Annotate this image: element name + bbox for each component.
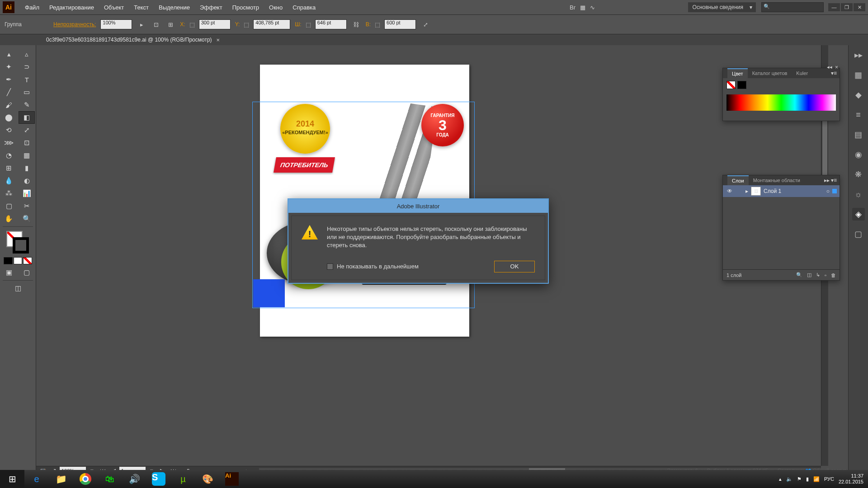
menu-type[interactable]: Текст [129,1,154,14]
swatches-panel-icon[interactable]: ▤ [852,128,865,141]
stroke-swatch[interactable] [13,237,29,253]
layer-row[interactable]: 👁 ▸ 🖼 Слой 1 ○ [723,185,840,197]
magic-wand-tool[interactable]: ✦ [1,61,17,73]
help-search-input[interactable] [761,2,824,12]
target-icon[interactable]: ○ [826,188,830,194]
tray-expand-icon[interactable]: ▴ [779,476,782,482]
taskbar-audio[interactable]: 🔊 [122,470,146,488]
system-tray[interactable]: ▴ 🔈 ⚑ ▮ 📶 РУС 11:37 22.01.2015 [779,473,868,485]
taskbar-skype[interactable]: S [146,470,171,488]
sync-icon[interactable]: ∿ [588,2,598,12]
menu-file[interactable]: Файл [20,1,44,14]
taskbar-illustrator[interactable]: Ai [220,470,244,488]
tray-flag-icon[interactable]: ⚑ [797,476,802,482]
color-guide-panel-icon[interactable]: ◉ [852,148,865,161]
slice-tool[interactable]: ✂ [19,200,35,212]
tray-lang[interactable]: РУС [824,476,834,482]
clip-mask-icon[interactable]: ◫ [807,272,811,278]
opacity-input[interactable]: 100% [100,19,132,29]
visibility-icon[interactable]: 👁 [726,188,734,194]
color-none-swatch[interactable] [726,81,736,89]
new-layer-icon[interactable]: ▫ [825,272,826,278]
mode-color[interactable] [4,257,13,264]
lasso-tool[interactable]: ⊃ [19,61,35,73]
mode-none[interactable] [23,257,32,264]
opacity-dropdown-icon[interactable]: ▸ [137,19,146,29]
rectangle-tool[interactable]: ▭ [19,86,35,99]
scale-tool[interactable]: ⤢ [19,124,35,136]
gradient-tool[interactable]: ▮ [19,162,35,174]
dont-show-checkbox[interactable] [327,263,333,270]
h-input[interactable]: 600 pt [384,19,416,29]
symbol-sprayer-tool[interactable]: ⁂ [1,187,17,200]
blend-tool[interactable]: ◐ [19,174,35,187]
layers-panel[interactable]: Слои Монтажные области ▸▸ ▾≡ 👁 ▸ 🖼 Слой … [722,175,840,281]
tray-wifi-icon[interactable]: 📶 [813,476,820,482]
direct-selection-tool[interactable]: ▵ [19,48,35,61]
menu-select[interactable]: Выделение [154,1,195,14]
ok-button[interactable]: OK [494,261,535,272]
artboards-panel-icon[interactable]: ▢ [852,228,865,240]
transform-icon[interactable]: ⊡ [151,19,161,29]
eyedropper-tool[interactable]: 💧 [1,174,17,187]
pencil-tool[interactable]: ✎ [19,99,35,111]
eraser-tool[interactable]: ◧ [19,111,35,124]
layers-tab[interactable]: Слои [727,175,749,185]
zoom-tool[interactable]: 🔍 [19,212,35,225]
locate-layer-icon[interactable]: 🔍 [796,272,802,278]
properties-panel-icon[interactable]: ▦ [852,69,865,81]
libraries-panel-icon[interactable]: ◆ [852,89,865,101]
delete-layer-icon[interactable]: 🗑 [831,272,836,278]
layer-thumbnail[interactable]: 🖼 [751,187,761,196]
artboard-tool[interactable]: ▢ [1,200,17,212]
tray-clock[interactable]: 11:37 22.01.2015 [839,473,863,485]
color-panel[interactable]: Цвет Каталог цветов Kuler ▾≡ [722,68,840,121]
menu-object[interactable]: Объект [99,1,129,14]
color-spectrum[interactable] [726,94,836,111]
transform-panel-icon[interactable]: ⤢ [420,19,430,29]
screen-mode-normal[interactable]: ▣ [1,266,17,279]
w-input[interactable]: 646 pt [315,19,347,29]
expand-layer-icon[interactable]: ▸ [745,188,748,194]
fill-stroke-swatch[interactable] [0,228,36,255]
line-tool[interactable]: ╱ [1,86,17,99]
link-xy-icon[interactable]: ⬚ [187,19,197,29]
rotate-tool[interactable]: ⟲ [1,124,17,136]
screen-mode-full[interactable]: ▢ [19,266,35,279]
new-sublayer-icon[interactable]: ↳ [816,272,820,278]
free-transform-tool[interactable]: ⊡ [19,136,35,149]
document-tab[interactable]: 0c3f9e0753e6031881891743d9581c9e.ai @ 10… [41,35,225,45]
type-tool[interactable]: T [19,73,35,86]
selection-tool[interactable]: ▴ [1,48,17,61]
blob-brush-tool[interactable]: ⬤ [1,111,17,124]
draw-mode[interactable]: ◫ [10,282,26,295]
menu-edit[interactable]: Редактирование [44,1,99,14]
taskbar-store[interactable]: 🛍 [98,470,122,488]
shape-builder-tool[interactable]: ◔ [1,149,17,162]
minimize-button[interactable]: — [828,3,840,11]
taskbar-ie[interactable]: e [24,470,49,488]
layers-panel-icon[interactable]: ◈ [852,208,865,221]
taskbar-utorrent[interactable]: µ [171,470,195,488]
constrain-icon[interactable]: ⛓ [351,19,361,29]
align-icon[interactable]: ⊞ [165,19,175,29]
hand-tool[interactable]: ✋ [1,212,17,225]
graph-tool[interactable]: 📊 [19,187,35,200]
stroke-panel-icon[interactable]: ≡ [852,108,865,121]
panel-collapse-icon[interactable]: ◂◂ [827,64,832,70]
workspace-selector[interactable]: Основные сведения [688,2,756,12]
x-input[interactable]: 300 pt [199,19,231,29]
arrange-docs-icon[interactable]: ▦ [578,2,588,12]
start-button[interactable]: ⊞ [0,470,24,488]
color-black-swatch[interactable] [737,81,746,89]
panel-toggle-icon[interactable]: ▸▸ [852,49,865,61]
paintbrush-tool[interactable]: 🖌 [1,99,17,111]
brushes-panel-icon[interactable]: ❋ [852,168,865,181]
opacity-label[interactable]: Непрозрачность: [53,21,96,28]
close-window-button[interactable]: ✕ [854,3,865,11]
menu-help[interactable]: Справка [288,1,321,14]
layer-name[interactable]: Слой 1 [764,188,781,194]
symbols-panel-icon[interactable]: ☼ [852,188,865,201]
maximize-button[interactable]: ❐ [841,3,853,11]
y-input[interactable]: 408,785 pt [253,19,290,29]
